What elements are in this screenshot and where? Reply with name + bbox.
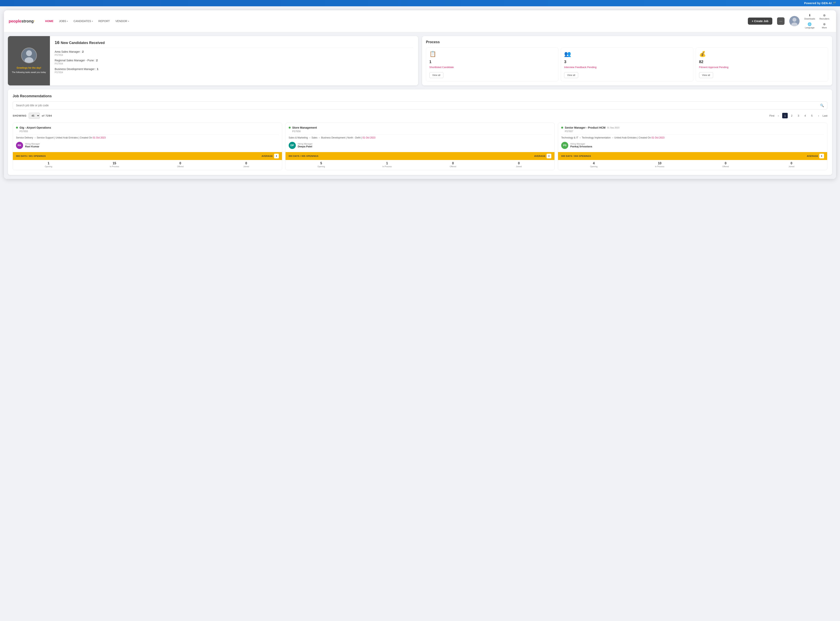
stat-offered-3: 0 Offered <box>693 162 758 168</box>
job-dept-1: Service Delivery → Service Support | Uni… <box>16 136 279 139</box>
chat-icon: ⋯ <box>779 19 782 23</box>
process-item-fitment: 💰 82 Fitment Approval Pending View all <box>696 47 828 82</box>
user-avatar-svg <box>22 47 36 63</box>
candidates-chevron-icon: ▾ <box>92 20 93 22</box>
vendor-chevron-icon: ▾ <box>128 20 129 22</box>
hm-avatar-2: DP <box>289 142 296 149</box>
list-item: Business Development Manager : 1 PS7654 <box>55 67 413 74</box>
job-date-link-1[interactable]: 01 Oct 2023 <box>93 136 106 139</box>
job-download-btn-2[interactable]: ⬇ <box>547 154 551 158</box>
avatar-image <box>789 16 799 26</box>
process-card: Process 📋 1 Shortlisted Candidate View a… <box>422 36 832 85</box>
candidates-count: 16 New Candidates Received <box>55 40 413 45</box>
job-stats-1: 1 Opening 15 In Process 0 Offered <box>13 160 282 170</box>
stat-opening-2: 5 Opening <box>289 162 354 168</box>
job-date-link-2[interactable]: 01 Oct 2023 <box>362 136 375 139</box>
user-avatar-large <box>21 47 37 63</box>
pagination-prev[interactable]: ‹ <box>775 113 781 118</box>
pagination-page-5[interactable]: 5 <box>809 113 814 118</box>
search-input[interactable] <box>16 104 819 107</box>
job-card-footer-2: 000 DAYS / 005 OPENINGS AVERAGE ⬇ <box>285 152 555 160</box>
showing-info: SHOWING 45 25 10 of 7294 <box>13 113 52 119</box>
nav-home[interactable]: HOME <box>43 18 56 24</box>
language-icon: 🌐 <box>808 22 811 26</box>
recruiters-icon: ⊕ <box>823 14 826 17</box>
process-item-shortlisted: 📋 1 Shortlisted Candidate View all <box>426 47 559 82</box>
downloads-button[interactable]: ⬇ Downloads <box>803 13 817 21</box>
content-area: Greetings for the day! The following tas… <box>4 32 836 179</box>
nav-quick-actions: ⬇ Downloads ⊕ Recruiters 🌐 Language ⊕ Mo… <box>803 13 831 30</box>
shortlisted-icon: 📋 <box>429 51 555 57</box>
pagination-page-2[interactable]: 2 <box>789 113 795 118</box>
job-code-2: PS7656 <box>289 130 552 133</box>
interview-view-all-button[interactable]: View all <box>564 72 578 78</box>
shortlisted-view-all-button[interactable]: View all <box>429 72 443 78</box>
greeting-text: Greetings for the day! <box>17 67 41 69</box>
divider-2 <box>289 134 552 135</box>
hm-info-2: Hiring Manager Deepa Patel <box>298 142 312 148</box>
hm-avatar-3: PS <box>561 142 568 149</box>
pagination-page-1[interactable]: 1 <box>782 113 788 118</box>
job-footer-info-3: 000 DAYS / 004 OPENINGS <box>561 155 591 157</box>
more-button[interactable]: ⊕ More <box>817 21 831 30</box>
greeting-left-panel: Greetings for the day! The following tas… <box>8 36 50 85</box>
shortlisted-label: Shortlisted Candidate <box>429 66 555 69</box>
stat-joined-3: 0 Joined <box>759 162 824 168</box>
more-icon: ⊕ <box>823 22 826 26</box>
jobs-chevron-icon: ▾ <box>67 20 68 22</box>
hiring-manager-1: RK Hiring Manager Ravi Kumar <box>16 142 279 149</box>
interview-icon: 👥 <box>564 51 690 57</box>
greeting-card: Greetings for the day! The following tas… <box>8 36 418 85</box>
nav-report[interactable]: REPORT <box>96 18 112 24</box>
nav-candidates[interactable]: CANDIDATES ▾ <box>71 18 95 24</box>
recruiters-button[interactable]: ⊕ Recruiters <box>817 13 831 21</box>
stat-offered-1: 0 Offered <box>148 162 213 168</box>
job-recommendations-section: Job Recommendations 🔍 SHOWING 45 25 10 <box>8 89 832 175</box>
hm-info-1: Hiring Manager Ravi Kumar <box>25 142 40 148</box>
job-footer-info-2: 000 DAYS / 005 OPENINGS <box>289 155 318 157</box>
divider-3 <box>561 134 824 135</box>
job-dept-3: Technology & IT → Technology Implementat… <box>561 136 824 139</box>
job-download-btn-3[interactable]: ⬇ <box>819 154 824 158</box>
stat-offered-2: 0 Offered <box>420 162 485 168</box>
nav-jobs[interactable]: JOBS ▾ <box>57 18 70 24</box>
create-job-button[interactable]: + Create Job <box>748 18 772 25</box>
stat-joined-2: 0 Joined <box>486 162 551 168</box>
nav-vendor[interactable]: VENDOR ▾ <box>113 18 132 24</box>
pagination-page-4[interactable]: 4 <box>802 113 808 118</box>
fitment-icon: 💰 <box>699 51 825 57</box>
job-dept-2: Sales & Marketing → Sales → Business Dev… <box>289 136 552 139</box>
divider <box>55 47 413 48</box>
pagination-first[interactable]: First <box>769 114 774 117</box>
fitment-view-all-button[interactable]: View all <box>699 72 713 78</box>
logo[interactable]: peoplestrong· <box>9 18 35 24</box>
job-card-2-body: Store Management PS7656 Sales & Marketin… <box>285 123 555 152</box>
job-date-link-3[interactable]: 01 Oct 2023 <box>652 136 664 139</box>
job-card-footer-1: 000 DAYS / 001 OPENINGS AVERAGE ⬇ <box>13 152 282 160</box>
list-item: Regional Sales Manager - Pune : 2 PS7654 <box>55 59 413 65</box>
job-card-3-body: Senior Manager - Product HCM 01 Sep 2023… <box>558 123 827 152</box>
job-stats-3: 4 Opening 10 In Process 0 Offered <box>558 160 827 170</box>
job-download-btn-1[interactable]: ⬇ <box>274 154 279 158</box>
nav-links: HOME JOBS ▾ CANDIDATES ▾ REPORT VENDOR ▾ <box>43 18 743 24</box>
logo-people: people <box>9 19 21 23</box>
hiring-manager-2: DP Hiring Manager Deepa Patel <box>289 142 552 149</box>
stat-inprocess-2: 1 In Process <box>355 162 420 168</box>
showing-select[interactable]: 45 25 10 <box>29 113 40 119</box>
stat-inprocess-3: 10 In Process <box>627 162 692 168</box>
language-button[interactable]: 🌐 Language <box>803 21 817 30</box>
hiring-manager-3: PS Hiring Manager Pankaj Srivastava <box>561 142 824 149</box>
chat-button[interactable]: ⋯ <box>777 17 785 25</box>
avatar[interactable] <box>789 16 799 26</box>
svg-point-4 <box>26 50 32 56</box>
pagination-next[interactable]: › <box>816 113 821 118</box>
shortlisted-count: 1 <box>429 59 555 64</box>
pagination-last[interactable]: Last <box>822 114 827 117</box>
downloads-icon: ⬇ <box>808 14 811 17</box>
job-title-row-3: Senior Manager - Product HCM 01 Sep 2023 <box>561 126 824 129</box>
job-code-3: PS7657 <box>561 130 824 133</box>
pagination-page-3[interactable]: 3 <box>796 113 801 118</box>
process-items: 📋 1 Shortlisted Candidate View all 👥 3 I… <box>426 47 828 82</box>
job-card-1-body: Gig - Airport Operations PS7655 Service … <box>13 123 282 152</box>
hm-avatar-1: RK <box>16 142 23 149</box>
